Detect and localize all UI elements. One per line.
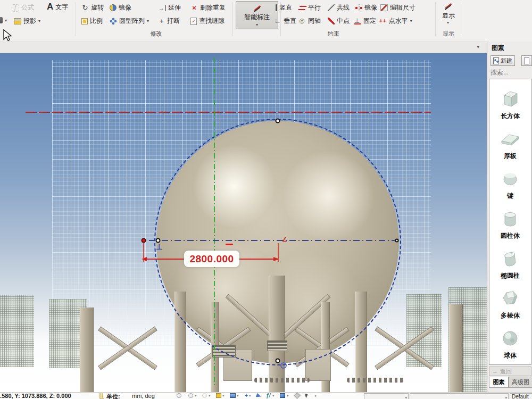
status-select-cursor-icon[interactable]	[305, 393, 309, 398]
vertical-constraint-icon	[276, 4, 277, 11]
chevron-down-icon: ▾	[410, 19, 412, 23]
parallel-constraint-button[interactable]: 平行	[299, 3, 321, 12]
slot-button[interactable]: ▾	[0, 17, 7, 23]
remove-duplicate-label: 删除重复	[200, 3, 226, 12]
point-horizontal-button[interactable]: ++ 点水平 ▾	[379, 16, 412, 26]
chevron-down-icon[interactable]: ▾	[237, 394, 239, 398]
endpoint-handle[interactable]	[156, 238, 161, 243]
status-shape-icon[interactable]	[294, 392, 301, 399]
primitive-item-polyhedron[interactable]: 多棱体	[489, 284, 531, 324]
status-add-icon[interactable]: +	[244, 393, 249, 398]
chevron-down-icon[interactable]: ▾	[249, 394, 251, 398]
chevron-down-icon[interactable]: ▾	[272, 394, 275, 398]
rotate-icon: ↻	[81, 4, 89, 12]
display-button[interactable]: 显示	[442, 11, 455, 20]
edit-dimension-button[interactable]: 编辑尺寸	[380, 3, 415, 12]
viewport-collapse-chevron-icon[interactable]: ▾	[477, 44, 479, 49]
open-catalog-icon	[524, 57, 529, 64]
selected-circle-outline[interactable]	[154, 119, 401, 365]
chevron-down-icon[interactable]: ▾	[209, 394, 211, 398]
primitive-item-oval-cylinder[interactable]: 椭圆柱	[489, 244, 531, 284]
plate-icon	[500, 129, 521, 149]
coaxial-constraint-icon: ◎	[299, 18, 306, 24]
midpoint-constraint-button[interactable]: 中点	[328, 16, 350, 26]
status-snap-icon[interactable]	[177, 393, 181, 398]
text-button[interactable]: A 文字	[47, 2, 68, 12]
dimension-arrow-left	[142, 257, 147, 261]
smart-dimension-button[interactable]: 智能标注 ▾	[236, 1, 278, 29]
primitive-label: 椭圆柱	[501, 271, 520, 280]
status-view-icon[interactable]	[230, 393, 236, 398]
parallel-constraint-icon	[297, 5, 307, 11]
vertical-constraint-button[interactable]: 竖直	[276, 3, 292, 12]
back-button-label: 返回	[500, 368, 512, 376]
ribbon-separator	[461, 2, 461, 36]
back-button[interactable]: ← 返回	[489, 367, 531, 376]
perpendicular-constraint-button[interactable]: ∟ 垂直	[275, 16, 296, 26]
ribbon-separator	[435, 2, 436, 36]
selection-filter-dropdown[interactable]: ▾	[364, 393, 409, 399]
extend-button[interactable]: → 延伸	[159, 3, 181, 12]
status-solid-icon[interactable]	[280, 393, 285, 398]
primitive-label: 多棱体	[501, 311, 520, 320]
status-function-icon[interactable]: ƒ/	[266, 393, 270, 398]
lattice-structure	[0, 295, 34, 367]
break-button[interactable]: + 打断	[159, 16, 180, 26]
reference-line-horizontal[interactable]	[26, 112, 431, 113]
3d-viewport[interactable]: 2800.000 ⊥ ∠	[0, 53, 487, 392]
collinear-constraint-button[interactable]: 共线	[328, 3, 350, 12]
support-column	[80, 307, 94, 392]
primitive-label: 长方体	[501, 112, 520, 121]
quadrant-handle-right[interactable]	[395, 239, 399, 243]
new-catalog-button[interactable]: 新建	[491, 55, 515, 66]
break-label: 打断	[167, 16, 180, 26]
primitive-item-sphere[interactable]: 球体	[489, 324, 531, 364]
formula-button[interactable]: ƒ 公式	[12, 3, 34, 12]
endpoint-handle-red[interactable]	[142, 238, 146, 243]
mirror-constraint-button[interactable]: 镜像	[355, 3, 377, 12]
open-catalog-button[interactable]	[521, 55, 532, 66]
rotate-button[interactable]: ↻ 旋转	[81, 3, 104, 12]
chevron-down-icon[interactable]: ▾	[222, 394, 225, 398]
primitive-item-cuboid[interactable]: 长方体	[489, 85, 531, 124]
find-gap-button[interactable]: ✓ 查找缝隙	[190, 16, 225, 26]
projection-label: 投影	[23, 16, 36, 26]
status-wedge-icon[interactable]	[256, 393, 262, 399]
primitive-item-key[interactable]: 键	[489, 164, 531, 204]
mirror-button[interactable]: 镜像	[110, 3, 131, 12]
primitive-label: 圆柱体	[501, 231, 520, 240]
vertical-constraint-label: 竖直	[279, 3, 292, 12]
tab-primitives[interactable]: 图素	[489, 377, 509, 388]
projection-icon	[14, 18, 21, 24]
status-dim-icon[interactable]	[202, 393, 207, 398]
chevron-down-icon: ▾	[147, 19, 149, 23]
tab-advanced-primitives[interactable]: 高级图	[509, 377, 532, 388]
find-gap-icon: ✓	[190, 18, 197, 25]
primitive-item-slab[interactable]: 厚板	[489, 124, 531, 164]
quadrant-handle-top[interactable]	[276, 119, 280, 123]
extend-icon: →	[159, 5, 166, 11]
chevron-down-icon[interactable]: ▾	[195, 394, 197, 398]
circular-array-button[interactable]: 圆型阵列 ▾	[110, 16, 149, 26]
remove-duplicate-button[interactable]: × 删除重复	[190, 3, 226, 12]
catalog-search-input[interactable]	[491, 68, 530, 77]
chevron-right-icon[interactable]: ▸	[315, 394, 317, 398]
render-style-dropdown[interactable]: Default	[510, 393, 532, 399]
coaxial-constraint-button[interactable]: ◎ 同轴	[299, 16, 321, 26]
cursor-coordinates: 0.580, Y: 1073.886, Z: 0.000	[0, 393, 71, 399]
primitive-item-cylinder[interactable]: 圆柱体	[489, 204, 531, 244]
projection-button[interactable]: 投影 ▾	[14, 16, 40, 26]
task-dropdown[interactable]: ▾	[410, 393, 509, 399]
fixed-constraint-button[interactable]: ⊥ 固定	[354, 16, 376, 26]
point-horizontal-icon: ++	[379, 18, 387, 24]
modify-group-label: 修改	[80, 30, 232, 38]
find-gap-label: 查找缝隙	[199, 16, 225, 26]
chevron-down-icon[interactable]: ▾	[287, 394, 289, 398]
status-layer-icon[interactable]	[216, 393, 221, 398]
status-grid-icon[interactable]	[188, 393, 193, 398]
circular-array-label: 圆型阵列	[119, 16, 145, 26]
scale-button[interactable]: 比例	[81, 16, 103, 26]
scale-icon	[81, 18, 88, 24]
dimension-value-label[interactable]: 2800.000	[184, 251, 239, 267]
quadrant-handle-bottom[interactable]	[276, 359, 280, 363]
